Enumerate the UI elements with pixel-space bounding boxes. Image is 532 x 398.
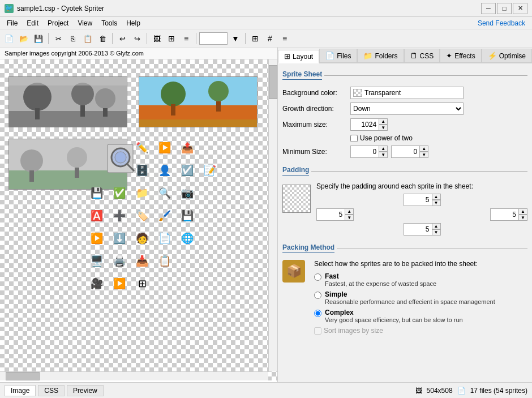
open-button[interactable]	[17, 32, 31, 45]
copy-icon	[71, 34, 75, 43]
padding-top-row: ▲ ▼	[316, 194, 527, 206]
padding-top-input[interactable]	[404, 194, 432, 206]
max-size-up-button[interactable]: ▲	[379, 118, 388, 125]
padding-left-up[interactable]: ▲	[345, 208, 354, 215]
options-button[interactable]	[179, 32, 193, 45]
growth-dir-select[interactable]: Down Right Both	[350, 102, 464, 115]
css-tab-icon: 🗒	[410, 52, 418, 60]
vertical-scrollbar[interactable]	[268, 59, 277, 371]
tab-effects[interactable]: ✦ Effects	[440, 49, 481, 62]
menu-file[interactable]: File	[2, 18, 22, 28]
icon-brush: 🖌️	[156, 207, 174, 225]
padding-controls: Specify the padding around each sprite i…	[316, 182, 527, 236]
bg-color-control[interactable]: Transparent	[350, 87, 464, 99]
radio-simple[interactable]	[314, 292, 321, 299]
delete-button[interactable]	[96, 32, 109, 45]
menu-edit[interactable]: Edit	[22, 18, 43, 28]
status-tab-image[interactable]: Image	[5, 385, 36, 396]
min-size-y-up[interactable]: ▲	[419, 145, 428, 152]
undo-button[interactable]	[115, 32, 129, 45]
canvas-content[interactable]: ✏️ ▶️ 📤 🗄️	[0, 59, 277, 380]
tab-optimise[interactable]: ⚡ Optimise	[482, 49, 532, 62]
max-size-spinner-buttons: ▲ ▼	[379, 118, 388, 131]
status-tab-preview[interactable]: Preview	[67, 385, 104, 396]
view-hex-button[interactable]: #	[263, 32, 277, 45]
redo-button[interactable]	[130, 32, 144, 45]
radio-complex[interactable]	[314, 310, 321, 317]
sort-row: Sort images by size	[314, 327, 527, 335]
padding-title: Padding	[282, 166, 309, 176]
save-button[interactable]	[32, 32, 45, 45]
menu-view[interactable]: View	[73, 18, 97, 28]
add-image-button[interactable]	[150, 32, 164, 45]
padding-header: Padding	[282, 164, 527, 179]
svg-point-2	[23, 83, 52, 111]
maximize-button[interactable]: □	[497, 3, 512, 14]
max-size-down-button[interactable]: ▼	[379, 125, 388, 131]
view-grid-button[interactable]: ⊞	[248, 32, 262, 45]
packing-options: Select how the sprites are to be packed …	[314, 260, 527, 335]
copy-button[interactable]	[66, 32, 80, 45]
status-size-icon: 🖼	[415, 387, 422, 395]
max-size-spinner: ▲ ▼	[350, 118, 388, 131]
min-size-x-down[interactable]: ▼	[379, 152, 388, 158]
status-tab-css[interactable]: CSS	[38, 385, 65, 396]
svg-rect-1	[9, 111, 127, 127]
padding-diagram	[282, 185, 311, 213]
horizontal-scrollbar[interactable]	[0, 371, 268, 380]
redo-icon	[134, 34, 140, 43]
min-size-x-spinner: ▲ ▼	[350, 145, 388, 158]
menu-project[interactable]: Project	[43, 18, 73, 28]
grid-button[interactable]	[165, 32, 178, 45]
feedback-link[interactable]: Send Feedback	[478, 19, 530, 27]
tab-optimise-label: Optimise	[499, 52, 526, 60]
max-size-input[interactable]	[350, 118, 379, 131]
tab-layout-label: Layout	[293, 53, 313, 61]
tab-layout[interactable]: ⊞ Layout	[278, 50, 319, 63]
min-size-x-input[interactable]	[350, 145, 379, 158]
menu-tools[interactable]: Tools	[97, 18, 122, 28]
zoom-input[interactable]: 100%	[199, 32, 228, 45]
toolbar-sep-1	[48, 33, 49, 44]
min-size-y-input[interactable]	[391, 145, 419, 158]
padding-bottom-input[interactable]	[404, 223, 432, 236]
svg-point-13	[208, 81, 229, 101]
vertical-scrollbar-thumb[interactable]	[269, 65, 277, 99]
sort-checkbox[interactable]	[314, 327, 321, 335]
cut-button[interactable]	[52, 32, 65, 45]
tab-folders[interactable]: 📁 Folders	[357, 49, 404, 62]
min-size-y-down[interactable]: ▼	[419, 152, 428, 158]
padding-left-down[interactable]: ▼	[345, 215, 354, 221]
view-list-button[interactable]: ≡	[278, 32, 291, 45]
use-power-checkbox[interactable]	[350, 135, 358, 142]
tab-effects-label: Effects	[454, 52, 475, 60]
min-size-x-up[interactable]: ▲	[379, 145, 388, 152]
toolbar-sep-5	[245, 33, 246, 44]
new-button[interactable]	[2, 32, 16, 45]
radio-complex-row: Complex Very good space efficiency, but …	[314, 309, 527, 323]
zoom-dropdown-button[interactable]: ▼	[229, 32, 242, 45]
radio-simple-content: Simple Reasonable performance and effeci…	[325, 290, 495, 305]
padding-right-down[interactable]: ▼	[518, 215, 527, 221]
padding-right-input[interactable]	[490, 208, 518, 221]
paste-button[interactable]	[81, 32, 95, 45]
horizontal-scrollbar-thumb[interactable]	[6, 372, 40, 380]
padding-bottom-up[interactable]: ▲	[432, 223, 441, 229]
tab-files[interactable]: 📄 Files	[319, 49, 357, 62]
icon-folder2: 📁	[133, 184, 151, 202]
padding-top-down[interactable]: ▼	[432, 200, 441, 206]
close-button[interactable]: ✕	[513, 3, 527, 14]
radio-fast-label: Fast	[325, 272, 436, 280]
use-power-label[interactable]: Use power of two	[350, 134, 413, 142]
padding-top-up[interactable]: ▲	[432, 194, 441, 200]
padding-right-up[interactable]: ▲	[518, 208, 527, 215]
radio-fast[interactable]	[314, 273, 321, 281]
tab-css[interactable]: 🗒 CSS	[404, 49, 440, 62]
padding-bottom-down[interactable]: ▼	[432, 229, 441, 236]
padding-bottom-row: ▲ ▼	[316, 223, 527, 236]
radio-complex-label: Complex	[325, 309, 463, 316]
minimize-button[interactable]: ─	[481, 3, 496, 14]
padding-left-input[interactable]	[316, 208, 345, 221]
menu-help[interactable]: Help	[122, 18, 145, 28]
undo-icon	[119, 34, 126, 43]
